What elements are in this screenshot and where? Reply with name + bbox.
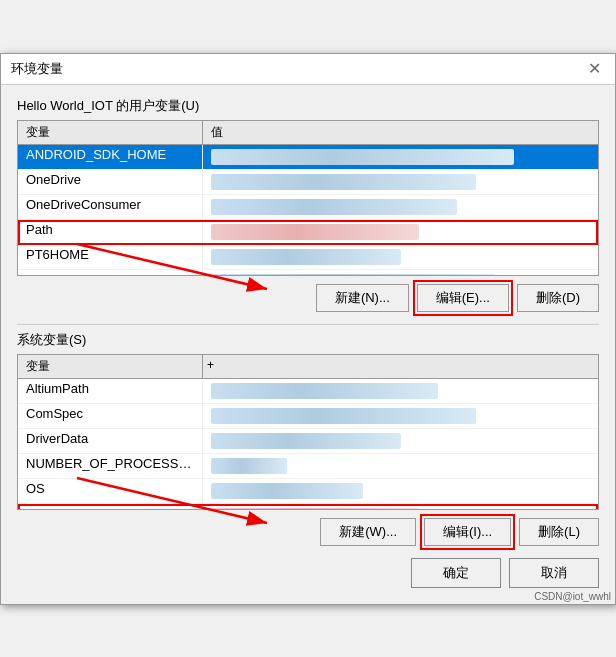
sys-row-var: ComSpec — [18, 404, 203, 428]
cancel-button[interactable]: 取消 — [509, 558, 599, 588]
user-header-var: 变量 — [18, 121, 203, 144]
system-table-header: 变量 + — [18, 355, 598, 379]
table-row[interactable]: OS — [18, 479, 598, 504]
table-row[interactable]: OneDrive — [18, 170, 598, 195]
user-edit-button[interactable]: 编辑(E)... — [417, 284, 509, 312]
user-header-val: 值 — [203, 121, 598, 144]
user-row-var: ANDROID_SDK_HOME — [18, 145, 203, 169]
table-row[interactable]: OneDriveConsumer — [18, 195, 598, 220]
user-row-var: TEMP — [18, 270, 203, 275]
system-section-label: 系统变量(S) — [17, 331, 599, 349]
user-section: Hello World_IOT 的用户变量(U) 变量 值 ANDROID_SD… — [17, 97, 599, 312]
sys-path-row[interactable]: Path — [18, 504, 598, 509]
table-row[interactable]: TEMP — [18, 270, 598, 275]
sys-row-val — [203, 479, 598, 503]
section-divider — [17, 324, 599, 325]
system-header-var: 变量 — [18, 355, 203, 378]
environment-variables-dialog: 环境变量 ✕ Hello World_IOT 的用户变量(U) 变量 值 AND… — [0, 53, 616, 605]
user-row-val — [203, 220, 598, 244]
footer-btn-row: 确定 取消 — [17, 558, 599, 588]
user-section-label: Hello World_IOT 的用户变量(U) — [17, 97, 599, 115]
table-row[interactable]: ANDROID_SDK_HOME — [18, 145, 598, 170]
sys-row-val — [203, 379, 598, 403]
sys-new-button[interactable]: 新建(W)... — [320, 518, 416, 546]
user-row-val — [203, 145, 598, 169]
user-row-val — [203, 195, 598, 219]
sys-row-var: Path — [18, 504, 203, 509]
table-row[interactable]: DriverData — [18, 429, 598, 454]
sys-btn-row: 新建(W)... 编辑(I)... 删除(L) — [17, 518, 599, 546]
sys-row-val — [203, 404, 598, 428]
user-row-var: OneDrive — [18, 170, 203, 194]
user-row-var: OneDriveConsumer — [18, 195, 203, 219]
system-section: 系统变量(S) 变量 + AltiumPath ComSpec — [17, 331, 599, 546]
user-delete-button[interactable]: 删除(D) — [517, 284, 599, 312]
watermark: CSDN@iot_wwhl — [534, 591, 611, 602]
table-row[interactable]: AltiumPath — [18, 379, 598, 404]
close-button[interactable]: ✕ — [584, 61, 605, 77]
sys-row-var: OS — [18, 479, 203, 503]
table-row[interactable]: NUMBER_OF_PROCESSORS — [18, 454, 598, 479]
user-row-val — [203, 270, 598, 275]
user-path-row[interactable]: Path — [18, 220, 598, 245]
system-variables-table: 变量 + AltiumPath ComSpec DriverData — [17, 354, 599, 510]
user-new-button[interactable]: 新建(N)... — [316, 284, 409, 312]
system-table-body: AltiumPath ComSpec DriverData NUMBER_OF_… — [18, 379, 598, 509]
sys-delete-button[interactable]: 删除(L) — [519, 518, 599, 546]
table-row[interactable]: ComSpec — [18, 404, 598, 429]
sys-row-var: AltiumPath — [18, 379, 203, 403]
user-row-var: Path — [18, 220, 203, 244]
dialog-title: 环境变量 — [11, 60, 63, 78]
user-row-var: PT6HOME — [18, 245, 203, 269]
sys-edit-button[interactable]: 编辑(I)... — [424, 518, 511, 546]
dialog-body: Hello World_IOT 的用户变量(U) 变量 值 ANDROID_SD… — [1, 85, 615, 604]
user-row-val — [203, 170, 598, 194]
user-variables-table: 变量 值 ANDROID_SDK_HOME OneDrive — [17, 120, 599, 276]
sys-row-var: NUMBER_OF_PROCESSORS — [18, 454, 203, 478]
sys-row-val — [203, 504, 598, 509]
table-row[interactable]: PT6HOME — [18, 245, 598, 270]
user-table-header: 变量 值 — [18, 121, 598, 145]
user-btn-row: 新建(N)... 编辑(E)... 删除(D) — [17, 284, 599, 312]
system-header-val: + — [203, 355, 598, 378]
sys-row-var: DriverData — [18, 429, 203, 453]
user-table-body: ANDROID_SDK_HOME OneDrive OneDriveConsum… — [18, 145, 598, 275]
title-bar: 环境变量 ✕ — [1, 54, 615, 85]
sys-row-val — [203, 454, 598, 478]
ok-button[interactable]: 确定 — [411, 558, 501, 588]
user-row-val — [203, 245, 598, 269]
sys-row-val — [203, 429, 598, 453]
